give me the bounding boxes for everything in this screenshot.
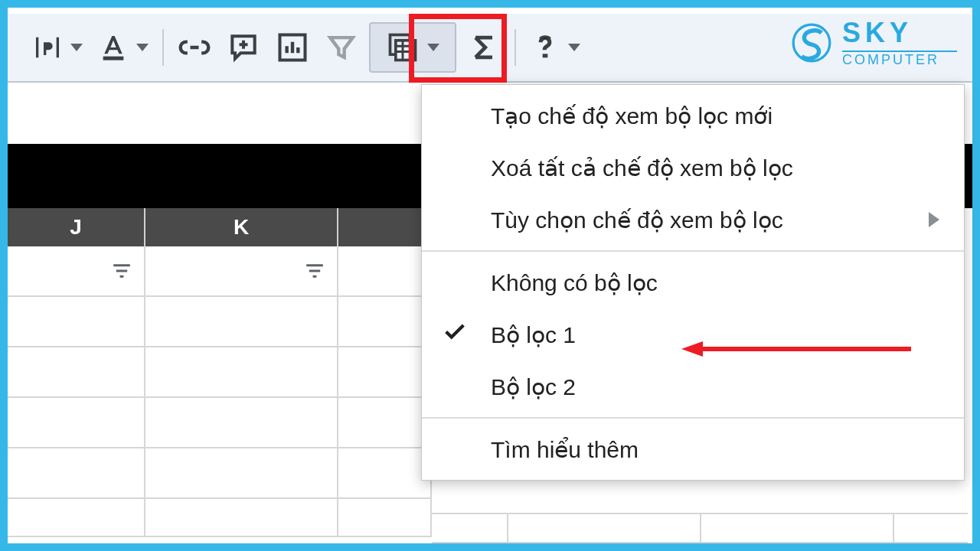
menu-item-label: Không có bộ lọc (491, 269, 658, 296)
grid-cell[interactable] (701, 513, 894, 543)
text-direction-icon (32, 32, 63, 63)
svg-rect-3 (396, 41, 416, 60)
grid-row-bottom (432, 513, 968, 543)
grid-cell[interactable] (338, 398, 432, 448)
check-icon (442, 319, 468, 350)
insert-chart-button[interactable] (268, 24, 317, 70)
link-icon (178, 31, 211, 64)
column-headers-row: J K (8, 208, 432, 246)
comment-plus-icon (227, 31, 260, 64)
text-direction-button[interactable] (24, 24, 90, 70)
menu-item-filter-2[interactable]: Bộ lọc 2 (422, 360, 964, 412)
dropdown-caret-icon (568, 44, 580, 51)
grid-cell[interactable] (432, 513, 508, 543)
column-header[interactable]: K (145, 208, 338, 246)
menu-item-create-filter-view[interactable]: Tạo chế độ xem bộ lọc mới (422, 90, 964, 142)
dropdown-caret-icon (136, 44, 149, 51)
grid-cell[interactable] (338, 347, 432, 398)
toolbar-separator (162, 29, 164, 66)
insert-comment-button[interactable] (219, 24, 268, 70)
grid-cell[interactable] (338, 297, 432, 347)
text-color-icon (98, 32, 129, 63)
dropdown-caret-icon (70, 44, 83, 51)
grid-cell[interactable] (8, 347, 145, 398)
chart-icon (276, 31, 309, 64)
menu-separator (422, 417, 964, 419)
dropdown-caret-icon (427, 44, 439, 51)
column-header[interactable] (338, 208, 432, 246)
menu-item-label: Bộ lọc 2 (491, 373, 576, 400)
grid-cell[interactable] (338, 499, 432, 537)
column-filter-icon[interactable] (110, 262, 133, 280)
column-header[interactable]: J (8, 208, 145, 246)
menu-item-filter-view-options[interactable]: Tùy chọn chế độ xem bộ lọc (422, 194, 964, 246)
grid-cell[interactable] (508, 513, 701, 543)
input-tools-button[interactable] (522, 24, 588, 70)
grid-cell[interactable] (8, 448, 145, 499)
sigma-icon (467, 31, 501, 64)
grid-cell[interactable] (338, 448, 432, 499)
column-filter-icon[interactable] (303, 262, 326, 280)
grid-cell[interactable] (338, 246, 432, 297)
grid-cell[interactable] (145, 499, 338, 537)
grid-cell[interactable] (8, 398, 145, 448)
svg-rect-0 (103, 57, 124, 60)
grid-cell[interactable] (145, 246, 338, 297)
menu-item-label: Bộ lọc 1 (491, 321, 576, 348)
text-color-button[interactable] (90, 24, 156, 70)
filter-views-button[interactable] (366, 24, 459, 70)
grid-cell[interactable] (8, 297, 145, 347)
grid-cell[interactable] (145, 297, 338, 347)
grid-cell[interactable] (8, 246, 145, 297)
menu-item-label: Tạo chế độ xem bộ lọc mới (491, 103, 773, 129)
menu-item-learn-more[interactable]: Tìm hiểu thêm (422, 423, 964, 475)
filter-views-menu: Tạo chế độ xem bộ lọc mới Xoá tất cả chế… (421, 84, 965, 481)
menu-item-filter-1[interactable]: Bộ lọc 1 (422, 308, 964, 360)
spreadsheet-grid (8, 246, 432, 537)
grid-cell[interactable] (145, 448, 338, 499)
insert-link-button[interactable] (170, 24, 219, 70)
filter-views-icon (386, 31, 420, 64)
svg-rect-4 (543, 54, 548, 57)
grid-cell[interactable] (145, 347, 338, 398)
menu-item-delete-all-filter-views[interactable]: Xoá tất cả chế độ xem bộ lọc (422, 142, 964, 194)
menu-item-label: Tìm hiểu thêm (491, 436, 639, 463)
app-frame: J K (0, 0, 980, 551)
grid-cell[interactable] (8, 499, 145, 537)
grid-cell[interactable] (145, 398, 338, 448)
grid-cell[interactable] (894, 513, 968, 543)
input-tools-icon (530, 32, 560, 63)
funnel-icon (325, 31, 358, 64)
toolbar-separator (514, 29, 516, 66)
create-filter-button[interactable] (317, 24, 366, 70)
toolbar (8, 14, 972, 83)
menu-item-label: Tùy chọn chế độ xem bộ lọc (491, 207, 783, 233)
menu-item-label: Xoá tất cả chế độ xem bộ lọc (491, 155, 793, 181)
menu-separator (422, 250, 964, 252)
menu-item-no-filter[interactable]: Không có bộ lọc (422, 256, 964, 308)
functions-button[interactable] (459, 24, 508, 70)
